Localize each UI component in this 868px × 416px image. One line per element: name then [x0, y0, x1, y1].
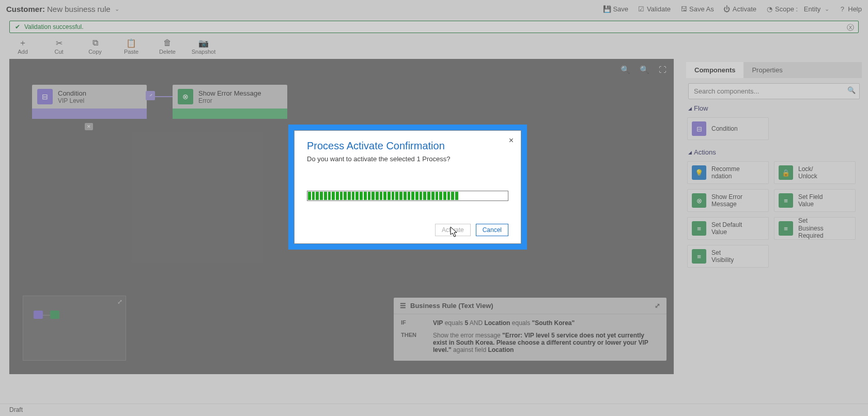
- component-set-default[interactable]: ≡Set DefaultValue: [687, 217, 769, 240]
- section-label: Flow: [694, 104, 708, 112]
- chevron-down-icon: ⌄: [825, 6, 829, 12]
- check-icon: ✔: [15, 23, 20, 30]
- node-title: Show Error Message: [198, 89, 261, 97]
- minimap-node: [50, 311, 59, 319]
- component-label: Condition: [711, 125, 738, 132]
- validation-message: Validation successful.: [24, 23, 84, 30]
- section-flow[interactable]: Flow: [688, 104, 860, 112]
- scope-label: Scope :: [775, 5, 798, 13]
- required-icon: ≡: [779, 221, 793, 236]
- validate-button[interactable]: ☑Validate: [638, 5, 671, 13]
- activate-icon: ⏻: [723, 5, 731, 12]
- condition-node[interactable]: ⊟ Condition VIP Level: [32, 85, 147, 119]
- copy-button[interactable]: ⧉Copy: [84, 38, 106, 55]
- plus-icon: ＋: [19, 38, 27, 48]
- visibility-icon: ≡: [692, 249, 706, 264]
- tab-components[interactable]: Components: [686, 62, 743, 78]
- cut-icon: ✂: [56, 38, 63, 48]
- error-icon: ⊗: [178, 89, 193, 104]
- validate-icon: ☑: [638, 5, 645, 12]
- breadcrumb[interactable]: Customer: New business rule ⌄: [6, 5, 119, 13]
- component-show-error[interactable]: ⊗Show ErrorMessage: [687, 189, 769, 212]
- cut-button[interactable]: ✂Cut: [48, 38, 70, 55]
- activate-dialog: × Process Activate Confirmation Do you w…: [288, 125, 527, 250]
- component-label: Set DefaultValue: [711, 221, 742, 236]
- if-key: IF: [401, 319, 429, 327]
- section-label: Actions: [694, 148, 716, 156]
- then-expression: Show the error message "Error: VIP level…: [433, 332, 659, 353]
- zoom-out-icon[interactable]: 🔍: [640, 65, 649, 74]
- minimap[interactable]: ⤢: [23, 296, 126, 361]
- dialog-message: Do you want to activate the selected 1 P…: [307, 155, 508, 163]
- component-label: Recommendation: [711, 165, 740, 180]
- expand-icon[interactable]: ⤢: [117, 298, 122, 305]
- if-expression: VIP equals 5 AND Location equals "South …: [433, 319, 659, 327]
- expand-icon[interactable]: ⤢: [655, 302, 660, 310]
- snapshot-button[interactable]: 📷Snapshot: [192, 38, 215, 55]
- component-condition[interactable]: ⊟Condition: [687, 117, 769, 140]
- node-title: Condition: [58, 89, 86, 97]
- search-icon[interactable]: 🔍: [847, 86, 856, 94]
- delete-button[interactable]: 🗑Delete: [156, 38, 179, 55]
- validate-label: Validate: [647, 5, 671, 13]
- dialog-title: Process Activate Confirmation: [307, 140, 508, 152]
- close-icon[interactable]: ✕: [85, 123, 93, 130]
- snapshot-label: Snapshot: [192, 49, 215, 55]
- activate-label: Activate: [733, 5, 756, 13]
- edit-toolbar: ＋Add ✂Cut ⧉Copy 📋Paste 🗑Delete 📷Snapshot: [0, 36, 868, 59]
- condition-icon: ⊟: [37, 89, 53, 104]
- save-label: Save: [613, 5, 628, 13]
- delete-icon: 🗑: [163, 38, 172, 48]
- minimap-node: [34, 311, 43, 319]
- show-error-node[interactable]: ⊗ Show Error Message Error: [173, 85, 287, 119]
- node-subtitle: VIP Level: [58, 97, 86, 104]
- fit-screen-icon[interactable]: ⛶: [659, 65, 667, 74]
- bulb-icon: 💡: [692, 165, 706, 180]
- search-components: 🔍: [688, 83, 860, 99]
- dialog-cancel-button[interactable]: Cancel: [476, 224, 508, 236]
- add-button[interactable]: ＋Add: [11, 38, 34, 55]
- component-lock-unlock[interactable]: 🔒Lock/Unlock: [774, 161, 856, 184]
- close-icon[interactable]: ⓧ: [847, 23, 854, 33]
- tab-properties[interactable]: Properties: [743, 62, 791, 78]
- zoom-in-icon[interactable]: 🔍: [621, 65, 630, 74]
- component-set-visibility[interactable]: ≡SetVisibility: [687, 245, 769, 268]
- field-icon: ≡: [779, 193, 793, 208]
- panel-tabs: Components Properties: [686, 62, 862, 78]
- save-as-button[interactable]: 🖫Save As: [680, 5, 714, 13]
- scope-dropdown[interactable]: ◔Scope : Entity⌄: [766, 5, 829, 13]
- search-input[interactable]: [688, 83, 860, 99]
- status-text: Draft: [9, 406, 23, 413]
- connector-line: [147, 96, 173, 97]
- copy-icon: ⧉: [92, 38, 98, 48]
- lock-icon: 🔒: [779, 165, 793, 180]
- save-button[interactable]: 💾Save: [603, 5, 628, 13]
- top-actions: 💾Save ☑Validate 🖫Save As ⏻Activate ◔Scop…: [603, 5, 862, 13]
- minimap-connector: [43, 315, 50, 316]
- then-key: THEN: [401, 332, 429, 353]
- component-label: Set FieldValue: [798, 193, 823, 208]
- condition-icon: ⊟: [692, 121, 706, 136]
- component-set-field[interactable]: ≡Set FieldValue: [774, 189, 856, 212]
- component-label: Show ErrorMessage: [711, 193, 742, 208]
- close-icon[interactable]: ×: [509, 136, 514, 145]
- validation-banner: ✔ Validation successful. ⓧ: [9, 21, 859, 33]
- status-bar: Draft: [0, 404, 868, 416]
- chevron-down-icon: ⌄: [115, 6, 119, 12]
- node-subtitle: Error: [198, 97, 261, 104]
- component-label: SetVisibility: [711, 249, 734, 264]
- component-label: SetBusinessRequired: [798, 217, 824, 239]
- check-icon: ✓: [146, 91, 155, 100]
- text-view-icon: ☰: [400, 302, 406, 310]
- help-button[interactable]: ?Help: [839, 5, 862, 13]
- right-panel: Components Properties 🔍 Flow ⊟Condition …: [683, 59, 868, 374]
- paste-button[interactable]: 📋Paste: [120, 38, 143, 55]
- activate-button[interactable]: ⏻Activate: [723, 5, 756, 13]
- component-recommendation[interactable]: 💡Recommendation: [687, 161, 769, 184]
- section-actions[interactable]: Actions: [688, 148, 860, 156]
- error-icon: ⊗: [692, 193, 706, 208]
- component-set-required[interactable]: ≡SetBusinessRequired: [774, 217, 856, 240]
- add-label: Add: [18, 49, 28, 55]
- save-as-icon: 🖫: [680, 5, 687, 12]
- paste-icon: 📋: [126, 38, 136, 48]
